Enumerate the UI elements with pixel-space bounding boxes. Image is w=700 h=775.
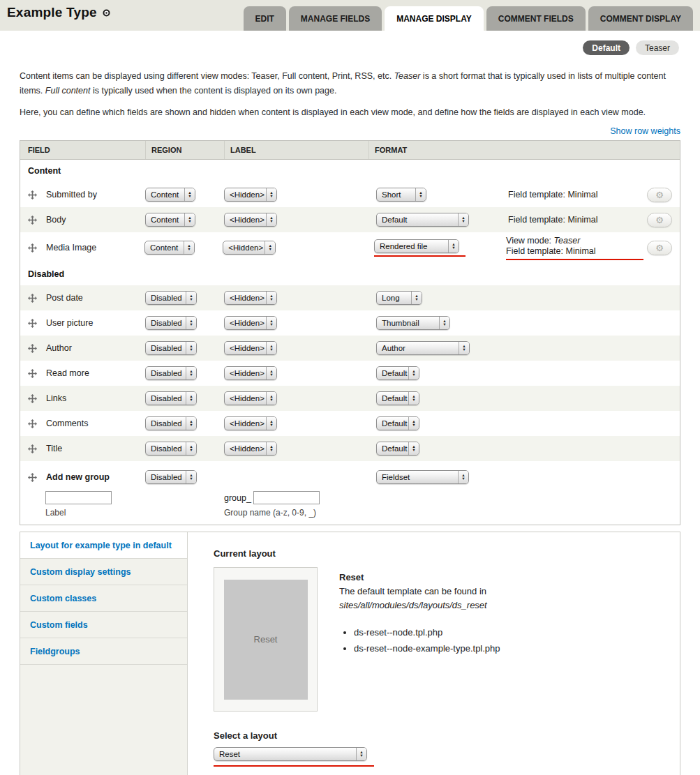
label-select[interactable]: <Hidden>▲▼ <box>223 241 276 255</box>
layout-settings-panel: Layout for example type in default Custo… <box>20 532 680 775</box>
table-row: Submitted by Content▲▼ <Hidden>▲▼ Short▲… <box>20 182 680 207</box>
gear-icon: ⚙ <box>655 190 664 200</box>
format-select[interactable]: Thumbnail▲▼ <box>376 316 450 330</box>
field-settings-gear-button[interactable]: ⚙ <box>647 188 672 202</box>
field-name: Post date <box>46 293 83 303</box>
view-mode-teaser-button[interactable]: Teaser <box>636 40 679 55</box>
template-file: ds-reset--node.tpl.php <box>354 624 500 640</box>
format-select[interactable]: Default▲▼ <box>376 391 419 405</box>
label-select[interactable]: <Hidden>▲▼ <box>224 341 277 355</box>
table-row: Author Disabled▲▼ <Hidden>▲▼ Author▲▼ <box>20 336 680 361</box>
format-select[interactable]: Default▲▼ <box>376 366 419 380</box>
label-select[interactable]: <Hidden>▲▼ <box>224 366 277 380</box>
region-select[interactable]: Disabled▲▼ <box>145 442 197 456</box>
vertical-tabs: Layout for example type in default Custo… <box>20 532 188 775</box>
tab-manage-fields[interactable]: MANAGE FIELDS <box>289 6 382 31</box>
field-name: User picture <box>46 318 93 328</box>
region-select[interactable]: Disabled▲▼ <box>145 416 197 430</box>
show-row-weights-link[interactable]: Show row weights <box>610 126 680 136</box>
label-select[interactable]: <Hidden>▲▼ <box>224 291 277 305</box>
contextual-toggle-icon[interactable] <box>103 9 110 17</box>
view-mode-default-button[interactable]: Default <box>583 40 630 55</box>
table-row: Media Image Content▲▼ <Hidden>▲▼ Rendere… <box>20 232 680 263</box>
drag-handle-icon[interactable] <box>28 344 37 353</box>
layout-thumbnail: Reset <box>214 567 318 712</box>
field-name: Author <box>46 343 72 353</box>
drag-handle-icon[interactable] <box>28 394 37 403</box>
group-name-input[interactable] <box>253 491 320 504</box>
group-label-input[interactable] <box>45 491 112 504</box>
region-select[interactable]: Disabled▲▼ <box>145 291 197 305</box>
group-row-disabled: Disabled <box>20 263 680 285</box>
field-template-note: Field template: Minimal <box>508 215 643 225</box>
format-select[interactable]: Default▲▼ <box>376 416 419 430</box>
format-select[interactable]: Default▲▼ <box>376 213 469 227</box>
field-name: Title <box>46 444 62 453</box>
region-select[interactable]: Disabled▲▼ <box>145 366 197 380</box>
field-name: Media Image <box>46 243 96 253</box>
drag-handle-icon[interactable] <box>28 319 37 328</box>
drag-handle-icon[interactable] <box>28 243 37 253</box>
label-select[interactable]: <Hidden>▲▼ <box>224 416 277 430</box>
label-select[interactable]: <Hidden>▲▼ <box>224 442 277 456</box>
format-select[interactable]: Author▲▼ <box>376 341 470 355</box>
drag-handle-icon[interactable] <box>28 216 37 225</box>
region-select[interactable]: Disabled▲▼ <box>145 391 197 405</box>
table-row: User picture Disabled▲▼ <Hidden>▲▼ Thumb… <box>20 310 680 336</box>
current-layout-heading: Current layout <box>214 548 680 559</box>
drag-handle-icon[interactable] <box>28 294 37 303</box>
format-select[interactable]: Long▲▼ <box>376 291 422 305</box>
vtab-custom-fields[interactable]: Custom fields <box>20 612 187 638</box>
view-mode-switcher: Default Teaser <box>0 31 700 55</box>
group-name-caption: Group name (a-z, 0-9, _) <box>224 508 316 518</box>
vtab-custom-display-settings[interactable]: Custom display settings <box>20 559 187 585</box>
region-select[interactable]: Content▲▼ <box>145 188 195 202</box>
layout-tab-content: Current layout Reset Reset The default t… <box>188 532 680 775</box>
drag-handle-icon[interactable] <box>28 473 37 482</box>
label-select[interactable]: <Hidden>▲▼ <box>224 188 277 202</box>
annotation-underline <box>506 259 643 260</box>
table-row: Comments Disabled▲▼ <Hidden>▲▼ Default▲▼ <box>20 411 680 436</box>
field-settings-gear-button[interactable]: ⚙ <box>647 213 672 227</box>
drag-handle-icon[interactable] <box>28 190 37 200</box>
layout-thumbnail-label: Reset <box>224 580 308 700</box>
table-header-row: FIELD REGION LABEL FORMAT <box>20 141 680 160</box>
region-select[interactable]: Disabled▲▼ <box>145 470 197 484</box>
drag-handle-icon[interactable] <box>28 419 37 428</box>
vtab-fieldgroups[interactable]: Fieldgroups <box>20 638 187 665</box>
label-select[interactable]: <Hidden>▲▼ <box>224 391 277 405</box>
drag-handle-icon[interactable] <box>28 444 37 453</box>
description-paragraph-1: Content items can be displayed using dif… <box>20 69 680 98</box>
region-select[interactable]: Content▲▼ <box>144 241 195 255</box>
region-select[interactable]: Content▲▼ <box>145 213 195 227</box>
gear-icon: ⚙ <box>655 243 664 253</box>
layout-select[interactable]: Reset▲▼ <box>214 747 367 761</box>
group-name-prefix: group_ <box>224 493 251 503</box>
annotation-underline <box>374 255 466 257</box>
format-select[interactable]: Rendered file▲▼ <box>374 239 459 253</box>
page-title: Example Type <box>7 5 97 20</box>
tab-comment-fields[interactable]: COMMENT FIELDS <box>486 6 586 31</box>
add-new-group-row: Add new group Disabled▲▼ Fieldset▲▼ grou… <box>20 461 680 525</box>
column-header-region: REGION <box>145 141 224 159</box>
field-settings-gear-button[interactable]: ⚙ <box>647 241 672 255</box>
format-select[interactable]: Short▲▼ <box>376 188 426 202</box>
description-paragraph-2: Here, you can define which fields are sh… <box>20 105 680 120</box>
table-row: Body Content▲▼ <Hidden>▲▼ Default▲▼ Fiel… <box>20 207 680 232</box>
region-select[interactable]: Disabled▲▼ <box>145 316 197 330</box>
vtab-layout[interactable]: Layout for example type in default <box>20 532 187 559</box>
field-name: Read more <box>46 368 89 378</box>
format-select[interactable]: Fieldset▲▼ <box>376 470 469 484</box>
tab-edit[interactable]: EDIT <box>244 6 286 31</box>
region-select[interactable]: Disabled▲▼ <box>145 341 197 355</box>
tab-manage-display[interactable]: MANAGE DISPLAY <box>385 6 484 31</box>
vtab-custom-classes[interactable]: Custom classes <box>20 585 187 612</box>
label-caption: Label <box>20 508 145 518</box>
label-select[interactable]: <Hidden>▲▼ <box>224 316 277 330</box>
table-row: Title Disabled▲▼ <Hidden>▲▼ Default▲▼ <box>20 436 680 461</box>
tab-comment-display[interactable]: COMMENT DISPLAY <box>588 6 693 31</box>
select-layout-heading: Select a layout <box>214 730 680 741</box>
drag-handle-icon[interactable] <box>28 369 37 378</box>
label-select[interactable]: <Hidden>▲▼ <box>224 213 277 227</box>
format-select[interactable]: Default▲▼ <box>376 442 419 456</box>
